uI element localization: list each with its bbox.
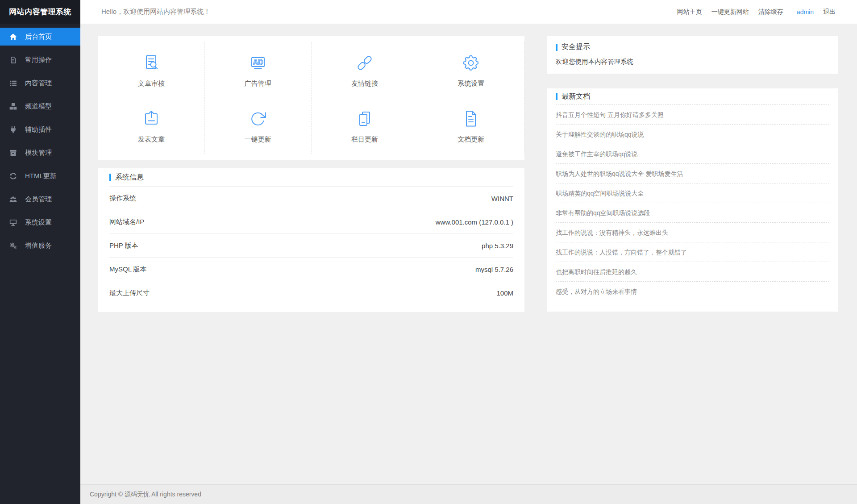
refresh-icon: [9, 172, 17, 180]
list-item[interactable]: 非常有帮助的qq空间职场说说选段: [556, 203, 829, 222]
list-item[interactable]: 也把离职时间往后推延的越久: [556, 262, 829, 281]
panel-header: 最新文档: [556, 88, 829, 104]
footer: Copyright © 源码无忧 All rights reserved: [80, 484, 857, 504]
doc-update-icon: [461, 109, 481, 129]
row-label: 网站域名/IP: [109, 218, 144, 226]
sidebar-item[interactable]: 频道模型: [0, 97, 80, 115]
left-column: 文章审核 AD 广告管理 友情链接 系统设置 发表文章: [98, 36, 524, 312]
shortcut-item[interactable]: 友情链接: [312, 42, 418, 98]
box-icon: [9, 149, 17, 157]
shortcut-label: 文章审核: [138, 79, 165, 88]
topbar-link[interactable]: 退出: [823, 8, 836, 16]
shortcut-item[interactable]: AD 广告管理: [205, 42, 312, 98]
sidebar-item[interactable]: 辅助插件: [0, 121, 80, 138]
docs-list: 抖音五月个性短句 五月你好请多多关照关于理解性交谈的的职场qq说说避免被工作主宰…: [556, 104, 829, 301]
list-item[interactable]: 关于理解性交谈的的职场qq说说: [556, 124, 829, 144]
sidebar-item-label: 系统设置: [25, 218, 52, 227]
table-row: 最大上传尺寸 100M: [109, 281, 513, 304]
topbar-links: 网站主页一键更新网站清除缓存admin退出: [677, 8, 836, 16]
svg-text:AD: AD: [253, 58, 263, 66]
article-review-icon: [141, 53, 161, 73]
row-value: mysql 5.7.26: [475, 266, 513, 273]
shortcut-item[interactable]: 发表文章: [98, 98, 205, 154]
panel-header: 系统信息: [109, 168, 513, 186]
sidebar-item[interactable]: 常用操作: [0, 51, 80, 69]
ad-manage-icon: AD: [248, 53, 268, 73]
list-item[interactable]: 找工作的说说：人没错，方向错了，整个就错了: [556, 242, 829, 262]
title-bar-icon: [109, 174, 111, 181]
list-item[interactable]: 找工作的说说：没有精神头，永远难出头: [556, 222, 829, 242]
sidebar-item-label: 后台首页: [25, 33, 52, 41]
shortcut-item[interactable]: 文章审核: [98, 42, 205, 98]
title-bar-icon: [556, 93, 557, 100]
list-item[interactable]: 职场精英的qq空间职场说说大全: [556, 183, 829, 203]
list-item[interactable]: 抖音五月个性短句 五月你好请多多关照: [556, 104, 829, 124]
admin-dashboard: 网站内容管理系统 后台首页 常用操作 内容管理 频道模型 辅助插件: [0, 0, 857, 504]
list-item[interactable]: 感受，从对方的立场来看事情: [556, 281, 829, 301]
cubes-icon: [9, 103, 17, 110]
system-info-table: 操作系统 WINNT 网站域名/IP www.001.com (127.0.0.…: [109, 186, 513, 304]
sidebar-item[interactable]: 模块管理: [0, 144, 80, 162]
monitor-icon: [9, 219, 17, 226]
shortcut-label: 友情链接: [351, 79, 378, 88]
security-message: 欢迎您使用本内容管理系统: [556, 58, 829, 66]
copyright-text: Copyright © 源码无忧 All rights reserved: [90, 491, 201, 499]
greeting-text: Hello，欢迎使用网站内容管理系统！: [101, 8, 210, 16]
table-row: 操作系统 WINNT: [109, 186, 513, 210]
sidebar-item-label: 频道模型: [25, 102, 52, 111]
shortcut-label: 一键更新: [245, 135, 271, 144]
sidebar-item[interactable]: 增值服务: [0, 237, 80, 254]
row-label: MySQL 版本: [109, 265, 147, 274]
one-click-update-icon: [248, 109, 268, 129]
column-update-icon: [355, 109, 374, 129]
row-label: PHP 版本: [109, 242, 138, 250]
sidebar-item-label: 内容管理: [25, 79, 52, 87]
shortcut-item[interactable]: 栏目更新: [312, 98, 418, 154]
shortcut-label: 发表文章: [138, 135, 165, 144]
row-label: 最大上传尺寸: [109, 289, 150, 297]
row-value: 100M: [496, 289, 513, 297]
list-item[interactable]: 避免被工作主宰的职场qq说说: [556, 144, 829, 163]
panel-title: 系统信息: [115, 173, 144, 182]
sidebar-menu: 后台首页 常用操作 内容管理 频道模型 辅助插件 模块管理: [0, 24, 80, 254]
sidebar-item-label: 辅助插件: [25, 125, 52, 134]
cogs-icon: [9, 242, 17, 250]
shortcuts-panel: 文章审核 AD 广告管理 友情链接 系统设置 发表文章: [98, 36, 524, 160]
system-info-panel: 系统信息 操作系统 WINNT 网站域名/IP www.001.com (127…: [98, 168, 524, 312]
sidebar-item-label: HTML更新: [25, 172, 57, 180]
table-row: PHP 版本 php 5.3.29: [109, 233, 513, 257]
shortcut-item[interactable]: 系统设置: [418, 42, 524, 98]
row-label: 操作系统: [109, 194, 136, 203]
list-item[interactable]: 职场为人处世的职场qq说说大全 爱职场爱生活: [556, 163, 829, 183]
topbar-link[interactable]: 清除缓存: [758, 8, 783, 16]
shortcut-item[interactable]: 文档更新: [418, 98, 524, 154]
sidebar: 网站内容管理系统 后台首页 常用操作 内容管理 频道模型 辅助插件: [0, 0, 80, 504]
topbar: Hello，欢迎使用网站内容管理系统！ 网站主页一键更新网站清除缓存admin退…: [80, 0, 857, 24]
topbar-link[interactable]: 一键更新网站: [711, 8, 749, 16]
sidebar-item[interactable]: 后台首页: [0, 28, 80, 46]
right-column: 安全提示 欢迎您使用本内容管理系统 最新文档 抖音五月个性短句 五月你好请多多关…: [547, 36, 838, 312]
gear-icon: [461, 53, 481, 73]
plug-icon: [9, 126, 17, 133]
security-tip-panel: 安全提示 欢迎您使用本内容管理系统: [547, 36, 838, 74]
sidebar-item-label: 常用操作: [25, 56, 52, 64]
topbar-link[interactable]: 网站主页: [677, 8, 702, 16]
row-value: www.001.com (127.0.0.1 ): [436, 218, 513, 226]
shortcut-label: 文档更新: [458, 135, 484, 144]
file-icon: [9, 56, 17, 64]
row-value: php 5.3.29: [482, 242, 513, 250]
users-icon: [9, 196, 17, 203]
sidebar-item[interactable]: HTML更新: [0, 167, 80, 185]
shortcut-item[interactable]: 一键更新: [205, 98, 312, 154]
sidebar-item[interactable]: 会员管理: [0, 190, 80, 208]
sidebar-item[interactable]: 内容管理: [0, 74, 80, 92]
sidebar-item[interactable]: 系统设置: [0, 213, 80, 231]
shortcut-label: 广告管理: [245, 79, 271, 88]
sidebar-item-label: 模块管理: [25, 149, 52, 157]
main-content: 文章审核 AD 广告管理 友情链接 系统设置 发表文章: [80, 24, 857, 484]
topbar-link[interactable]: admin: [797, 8, 814, 16]
row-value: WINNT: [491, 195, 513, 202]
list-icon: [9, 79, 17, 87]
friend-link-icon: [355, 53, 374, 73]
sidebar-item-label: 增值服务: [25, 242, 52, 250]
